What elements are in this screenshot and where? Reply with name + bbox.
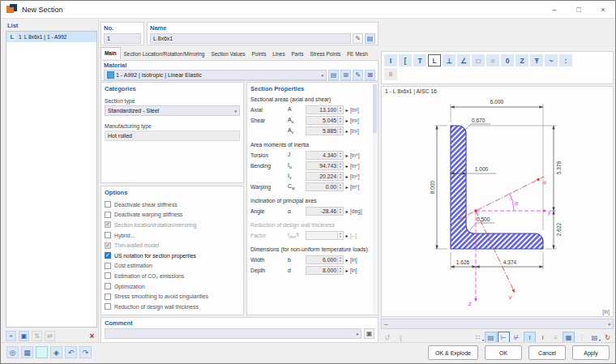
rename-icon[interactable]: ✎ [353,33,363,44]
render-view-icon[interactable]: ▦ [21,346,33,358]
scrollbar-thumb[interactable] [373,84,377,133]
detail-arrow-button[interactable]: ▸ [344,268,350,273]
zoom-reset-icon[interactable]: ↻ [601,332,614,343]
option-stress-smoothing[interactable]: Stress smoothing to avoid singularities [105,291,240,302]
pick-window-icon[interactable]: ◈ [50,346,62,358]
material-new-icon[interactable]: ⊞ [340,70,351,80]
checkbox[interactable]: ✓ [105,252,111,259]
property-value-field[interactable]: 20.224▴▾ [306,172,344,181]
property-value-field[interactable]: 6.000▴▾ [306,255,344,264]
tab-parts[interactable]: Parts [289,49,307,59]
scrollbar[interactable] [373,84,377,314]
option-us-notation[interactable]: ✓ US notation for section properties [105,251,240,261]
property-value-field[interactable]: -28.46▴▾ [306,207,344,216]
detail-arrow-button[interactable]: ▸ [344,208,350,214]
property-value-field[interactable]: 94.743▴▾ [306,161,344,170]
section-library-icon[interactable]: ▤ [365,33,375,44]
checkbox[interactable] [105,272,111,279]
checkbox[interactable] [105,303,111,310]
detail-arrow-button[interactable]: ▸ [344,118,350,123]
tab-lines[interactable]: Lines [269,49,288,59]
t-section-icon[interactable]: T [413,54,426,66]
checkbox[interactable] [105,263,111,269]
angle-section-icon[interactable]: ∠ [457,54,470,66]
corrugated-section-icon[interactable]: ~ [545,54,558,66]
option-co2-estimation[interactable]: Estimation of CO₂ emissions [105,271,240,281]
section-number-field[interactable]: 1 [104,33,141,44]
spinner[interactable]: ▴▾ [337,208,343,214]
tab-section-values[interactable]: Section Values [207,49,248,59]
copy-section-button[interactable]: ▣ [19,331,29,341]
spinner[interactable]: ▴▾ [337,257,343,263]
detail-arrow-button[interactable]: ▸ [344,152,350,158]
checkbox[interactable] [105,201,111,208]
list-item[interactable]: L 1 L 8x6x1 | 1 - A992 [6,32,96,42]
z-section-icon[interactable]: Z [515,54,528,66]
channel-section-icon[interactable]: [ [399,54,412,66]
spinner[interactable]: ▴▾ [337,118,343,123]
option-hybrid[interactable]: Hybrid... [105,230,240,241]
option-deactivate-warping-stiffness[interactable]: Deactivate warping stiffness [105,210,240,221]
material-edit-icon[interactable]: ✎ [353,70,363,80]
spinner[interactable]: ▴▾ [337,173,343,179]
delete-section-button[interactable]: × [87,331,97,341]
property-value-field[interactable]: 5.885▴▾ [306,126,344,135]
option-cost-estimation[interactable]: Cost estimation [105,261,240,272]
new-section-button[interactable]: + [6,331,16,341]
checkbox[interactable] [105,293,111,300]
find-section-icon[interactable]: ◎ [6,346,19,358]
close-button[interactable]: × [591,1,615,18]
tab-section-location[interactable]: Section Location/Rotation/Mirroring [121,49,208,59]
property-value-field[interactable]: 0.00▴▾ [306,182,344,191]
graphic-window-icon[interactable]: ▤ [485,332,497,343]
section-type-combobox[interactable]: Standardized - Steel ▾ [105,105,240,116]
option-optimization[interactable]: Optimization [105,281,240,292]
pipe-section-icon[interactable]: ○ [486,54,499,66]
material-library-icon[interactable]: ▤ [328,70,339,80]
material-delete-icon[interactable]: ⊠ [365,70,375,80]
checkbox[interactable] [105,232,111,238]
aux-dimensions-icon[interactable]: Ι [537,332,549,343]
points-display-icon[interactable]: ∷▾ [472,332,484,343]
property-value-field[interactable]: 5.045▴▾ [306,116,344,125]
property-value-field[interactable]: 4.340▴▾ [306,151,344,160]
ok-button[interactable]: OK [485,345,522,360]
dimensions-display-icon[interactable]: ⊢ [498,332,510,343]
detail-arrow-button[interactable]: ▸ [344,107,350,113]
redo-view-icon[interactable]: ↷ [79,346,92,358]
tab-points[interactable]: Points [249,49,270,59]
stress-points-display-icon[interactable]: ⊬ [511,332,523,343]
spinner[interactable]: ▴▾ [337,268,343,273]
spinner[interactable]: ▴▾ [337,163,343,169]
detail-arrow-button[interactable]: ▸ [344,173,350,179]
option-reduction-wall-thickness[interactable]: Reduction of design wall thickness [105,302,240,312]
detail-arrow-button[interactable]: ▸ [344,163,350,169]
section-name-field[interactable]: L 8x6x1 [150,33,351,44]
inverted-t-section-icon[interactable]: ⊥ [443,54,456,66]
comment-copy-icon[interactable]: ▣ [364,328,374,339]
color-box-icon[interactable] [36,346,48,358]
rail-section-icon[interactable]: Ŧ [530,54,543,66]
detail-arrow-button[interactable]: ▸ [344,184,350,190]
points-section-icon[interactable]: : [559,54,572,66]
ok-explode-button[interactable]: OK & Explode [428,345,478,360]
apply-button[interactable]: Apply [572,345,610,360]
detail-arrow-button[interactable]: ▸ [344,128,350,134]
tab-main[interactable]: Main [101,47,121,59]
spinner[interactable]: ▴▾ [337,184,343,190]
checkbox[interactable] [105,212,111,218]
hollow-rect-section-icon[interactable]: □ [472,54,485,66]
spinner[interactable]: ▴▾ [337,107,343,113]
print-graphic-icon[interactable]: ▤▾ [588,332,601,343]
property-value-field[interactable]: 8.000▴▾ [306,266,344,275]
minimize-button[interactable]: – [542,1,567,18]
i-section-icon[interactable]: I [384,54,397,66]
comment-combobox[interactable]: ▾ [105,328,361,339]
tab-stress-points[interactable]: Stress Points [307,49,344,59]
grid-display-icon[interactable]: ▦ [563,332,575,343]
option-deactivate-shear-stiffness[interactable]: Deactivate shear stiffness [105,199,240,210]
l-section-icon[interactable]: L [428,54,441,66]
maximize-button[interactable]: □ [567,1,591,18]
main-dimensions-icon[interactable]: Ι [524,332,536,343]
cancel-button[interactable]: Cancel [528,345,566,360]
